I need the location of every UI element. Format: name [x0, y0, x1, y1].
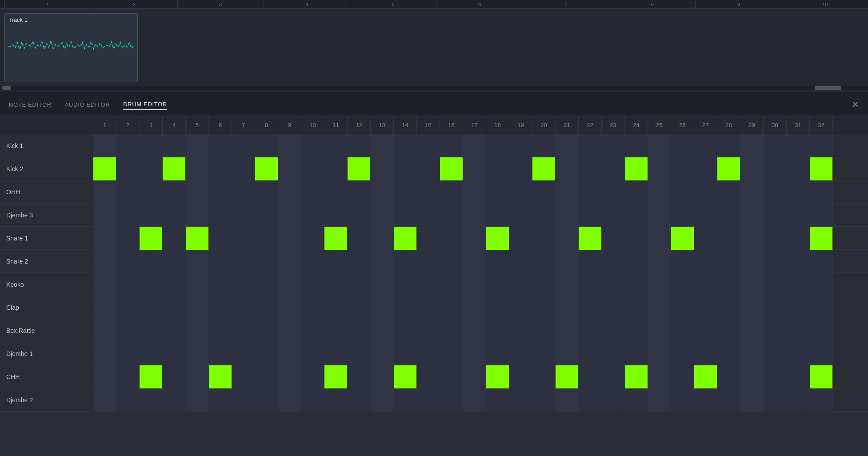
drum-cell[interactable]: [764, 342, 787, 365]
drum-cell[interactable]: [463, 157, 486, 180]
drum-cell[interactable]: [371, 250, 394, 273]
drum-cell[interactable]: [671, 227, 694, 250]
drum-cell[interactable]: [648, 388, 671, 412]
drum-cell[interactable]: [301, 388, 324, 412]
drum-cell[interactable]: [810, 227, 833, 250]
drum-cell[interactable]: [810, 365, 833, 388]
drum-cell[interactable]: [232, 388, 255, 412]
drum-cell[interactable]: [556, 134, 579, 157]
drum-cell[interactable]: [348, 273, 371, 296]
drum-cell[interactable]: [717, 180, 740, 204]
drum-cell[interactable]: [532, 319, 556, 342]
drum-cell[interactable]: [556, 388, 579, 412]
drum-cell[interactable]: [440, 296, 463, 319]
drum-cell[interactable]: [740, 342, 764, 365]
drum-cell[interactable]: [532, 365, 556, 388]
drum-cell[interactable]: [209, 134, 232, 157]
drum-cell[interactable]: [371, 157, 394, 180]
drum-cell[interactable]: [371, 342, 394, 365]
drum-cell[interactable]: [532, 342, 556, 365]
drum-cell[interactable]: [186, 204, 209, 227]
drum-cell[interactable]: [625, 204, 648, 227]
drum-cell[interactable]: [440, 204, 463, 227]
drum-cell[interactable]: [509, 388, 532, 412]
drum-cell[interactable]: [140, 342, 163, 365]
drum-cell[interactable]: [671, 319, 694, 342]
drum-cell[interactable]: [740, 227, 764, 250]
drum-cell[interactable]: [532, 204, 556, 227]
drum-cell[interactable]: [394, 365, 417, 388]
drum-cell[interactable]: [209, 365, 232, 388]
drum-cell[interactable]: [186, 296, 209, 319]
drum-cell[interactable]: [348, 157, 371, 180]
drum-cell[interactable]: [348, 365, 371, 388]
drum-cell[interactable]: [694, 388, 717, 412]
drum-cell[interactable]: [648, 204, 671, 227]
drum-cell[interactable]: [440, 134, 463, 157]
drum-cell[interactable]: [163, 388, 186, 412]
drum-cell[interactable]: [810, 319, 833, 342]
drum-cell[interactable]: [764, 250, 787, 273]
drum-cell[interactable]: [93, 134, 116, 157]
track-block[interactable]: Track 1: [4, 13, 138, 82]
drum-cell[interactable]: [625, 227, 648, 250]
drum-cell[interactable]: [348, 319, 371, 342]
drum-cell[interactable]: [671, 342, 694, 365]
drum-cell[interactable]: [556, 204, 579, 227]
drum-cell[interactable]: [810, 134, 833, 157]
drum-cell[interactable]: [625, 342, 648, 365]
drum-cell[interactable]: [140, 365, 163, 388]
drum-cell[interactable]: [509, 342, 532, 365]
drum-cell[interactable]: [532, 296, 556, 319]
drum-cell[interactable]: [787, 250, 810, 273]
drum-cell[interactable]: [417, 227, 440, 250]
drum-cell[interactable]: [163, 227, 186, 250]
drum-cell[interactable]: [486, 180, 509, 204]
drum-cell[interactable]: [486, 365, 509, 388]
drum-cell[interactable]: [787, 296, 810, 319]
tab-note-editor[interactable]: NOTE EDITOR: [9, 100, 52, 110]
drum-cell[interactable]: [787, 157, 810, 180]
drum-cell[interactable]: [463, 319, 486, 342]
drum-cell[interactable]: [140, 157, 163, 180]
drum-cell[interactable]: [648, 296, 671, 319]
drum-cell[interactable]: [301, 296, 324, 319]
drum-cell[interactable]: [602, 388, 625, 412]
drum-cell[interactable]: [371, 365, 394, 388]
drum-cell[interactable]: [671, 296, 694, 319]
drum-cell[interactable]: [209, 227, 232, 250]
drum-cell[interactable]: [602, 227, 625, 250]
drum-cell[interactable]: [255, 157, 278, 180]
drum-cell[interactable]: [348, 180, 371, 204]
drum-cell[interactable]: [278, 273, 301, 296]
drum-cell[interactable]: [787, 134, 810, 157]
drum-cell[interactable]: [787, 365, 810, 388]
drum-cell[interactable]: [556, 365, 579, 388]
drum-cell[interactable]: [579, 365, 602, 388]
drum-cell[interactable]: [324, 342, 348, 365]
drum-cell[interactable]: [486, 342, 509, 365]
drum-cell[interactable]: [278, 296, 301, 319]
drum-cell[interactable]: [232, 204, 255, 227]
drum-cell[interactable]: [694, 204, 717, 227]
drum-cell[interactable]: [486, 319, 509, 342]
drum-cell[interactable]: [648, 157, 671, 180]
drum-cell[interactable]: [602, 250, 625, 273]
drum-cell[interactable]: [509, 250, 532, 273]
drum-cell[interactable]: [116, 134, 140, 157]
drum-cell[interactable]: [116, 342, 140, 365]
drum-cell[interactable]: [324, 388, 348, 412]
drum-cell[interactable]: [301, 319, 324, 342]
drum-cell[interactable]: [348, 342, 371, 365]
drum-cell[interactable]: [694, 296, 717, 319]
drum-cell[interactable]: [417, 157, 440, 180]
drum-cell[interactable]: [671, 388, 694, 412]
drum-cell[interactable]: [394, 157, 417, 180]
drum-cell[interactable]: [163, 204, 186, 227]
drum-cell[interactable]: [348, 227, 371, 250]
drum-cell[interactable]: [463, 134, 486, 157]
drum-cell[interactable]: [278, 365, 301, 388]
drum-cell[interactable]: [532, 134, 556, 157]
drum-cell[interactable]: [671, 250, 694, 273]
drum-cell[interactable]: [717, 157, 740, 180]
